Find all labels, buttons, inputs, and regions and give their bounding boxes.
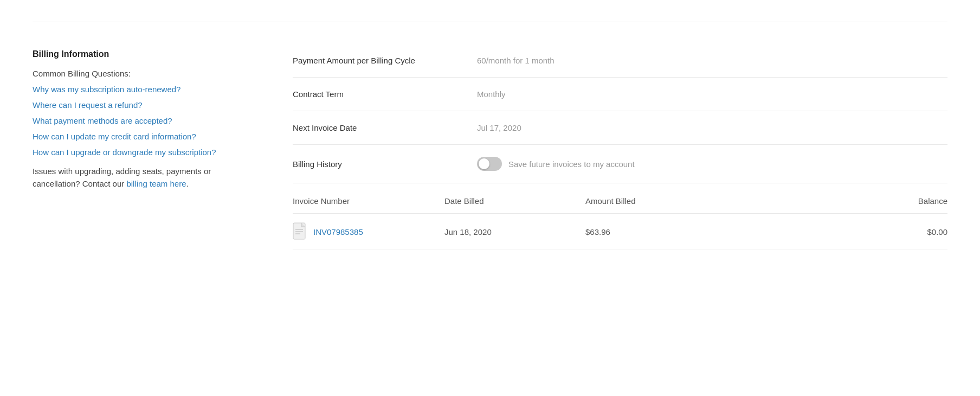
invoice-data-row: INV07985385 Jun 18, 2020 $63.96 $0.00 xyxy=(293,214,947,250)
common-questions-label: Common Billing Questions: xyxy=(33,69,260,78)
save-invoices-toggle[interactable] xyxy=(477,157,502,171)
left-column: Billing Information Common Billing Quest… xyxy=(33,44,260,190)
toggle-track xyxy=(477,157,502,171)
payment-amount-label: Payment Amount per Billing Cycle xyxy=(293,56,477,65)
page-container: Billing Information Common Billing Quest… xyxy=(0,0,980,396)
contact-text-after: . xyxy=(186,179,189,188)
question-link-credit-card[interactable]: How can I update my credit card informat… xyxy=(33,131,260,142)
document-icon xyxy=(293,222,308,241)
contract-term-value: Monthly xyxy=(477,90,947,99)
payment-amount-value: 60/month for 1 month xyxy=(477,56,947,65)
main-content: Billing Information Common Billing Quest… xyxy=(33,44,947,250)
toggle-thumb xyxy=(479,158,489,169)
invoice-header-balance: Balance xyxy=(726,196,947,206)
invoice-number-cell: INV07985385 xyxy=(293,222,444,241)
invoice-table: Invoice Number Date Billed Amount Billed… xyxy=(293,189,947,250)
right-column: Payment Amount per Billing Cycle 60/mont… xyxy=(293,44,947,250)
invoice-balance-cell: $0.00 xyxy=(726,227,947,237)
billing-history-label: Billing History xyxy=(293,159,477,169)
question-link-auto-renewed[interactable]: Why was my subscription auto-renewed? xyxy=(33,84,260,95)
billing-team-link[interactable]: billing team here xyxy=(126,179,186,188)
toggle-label: Save future invoices to my account xyxy=(508,159,635,169)
top-divider xyxy=(33,22,947,22)
contact-text: Issues with upgrading, adding seats, pay… xyxy=(33,165,260,190)
invoice-header-date: Date Billed xyxy=(444,196,585,206)
toggle-container: Save future invoices to my account xyxy=(477,157,635,171)
contract-term-label: Contract Term xyxy=(293,90,477,99)
invoice-header-row: Invoice Number Date Billed Amount Billed… xyxy=(293,189,947,214)
invoice-amount-cell: $63.96 xyxy=(585,227,726,237)
billing-info-title: Billing Information xyxy=(33,49,260,59)
question-link-upgrade-downgrade[interactable]: How can I upgrade or downgrade my subscr… xyxy=(33,146,260,158)
question-link-refund[interactable]: Where can I request a refund? xyxy=(33,99,260,111)
contract-term-row: Contract Term Monthly xyxy=(293,78,947,111)
billing-history-row: Billing History Save future invoices to … xyxy=(293,145,947,183)
invoice-header-amount: Amount Billed xyxy=(585,196,726,206)
next-invoice-row: Next Invoice Date Jul 17, 2020 xyxy=(293,111,947,145)
next-invoice-value: Jul 17, 2020 xyxy=(477,123,947,132)
next-invoice-label: Next Invoice Date xyxy=(293,123,477,132)
invoice-header-number: Invoice Number xyxy=(293,196,444,206)
invoice-number-link[interactable]: INV07985385 xyxy=(313,227,363,237)
invoice-date-cell: Jun 18, 2020 xyxy=(444,227,585,237)
payment-amount-row: Payment Amount per Billing Cycle 60/mont… xyxy=(293,44,947,78)
question-link-payment-methods[interactable]: What payment methods are accepted? xyxy=(33,115,260,126)
